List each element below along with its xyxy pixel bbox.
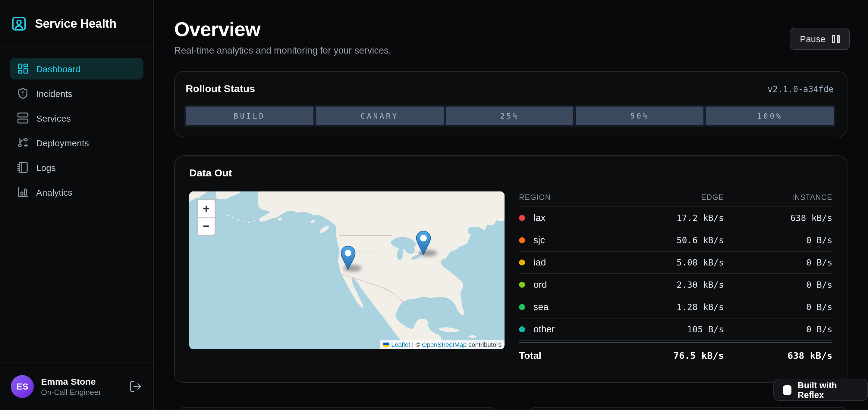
column-header-edge: EDGE (630, 193, 724, 201)
total-label: Total (519, 350, 630, 361)
sidebar-item-label: Analytics (36, 187, 72, 197)
user-role: On-Call Engineer (41, 387, 129, 397)
pause-icon (832, 35, 840, 43)
map-attribution: Leaflet | © OpenStreetMap contributors (380, 340, 504, 349)
rollout-status-card: Rollout Status v2.1.0-a34fde BUILD CANAR… (174, 71, 847, 137)
rollout-card-title: Rollout Status (186, 83, 255, 95)
avatar: ES (11, 375, 34, 398)
git-branch-plus-icon (17, 137, 29, 149)
sidebar-item-label: Services (36, 113, 71, 123)
region-name: lax (533, 212, 546, 224)
sidebar: Service Health Dashboard Incidents Servi… (0, 0, 154, 410)
table-row: sjc 50.6 kB/s 0 B/s (519, 229, 832, 252)
data-out-title: Data Out (189, 167, 832, 179)
partial-card-left (178, 407, 497, 410)
table-row: ord 2.30 kB/s 0 B/s (519, 274, 832, 296)
page-subtitle: Real-time analytics and monitoring for y… (174, 45, 847, 56)
ukraine-flag-icon (383, 342, 390, 347)
service-health-logo-icon (11, 16, 27, 32)
zoom-in-button[interactable]: + (198, 200, 215, 217)
rollout-stage-build: BUILD (186, 107, 313, 125)
sidebar-user-panel: ES Emma Stone On-Call Engineer (0, 362, 153, 410)
logout-icon[interactable] (129, 380, 142, 393)
map-marker-iad[interactable] (416, 231, 431, 255)
region-name: iad (533, 257, 546, 268)
instance-value: 0 B/s (724, 324, 832, 334)
edge-value: 5.08 kB/s (630, 258, 724, 267)
pause-button[interactable]: Pause (789, 28, 850, 50)
region-name: other (533, 324, 555, 335)
traffic-map[interactable]: + − (189, 192, 504, 349)
region-dot (519, 282, 525, 288)
region-name: sea (533, 302, 549, 312)
sidebar-item-logs[interactable]: Logs (10, 157, 144, 178)
data-out-card: Data Out (174, 155, 847, 383)
attribution-contributors: contributors (468, 340, 501, 349)
column-header-region: REGION (519, 193, 630, 201)
attribution-copyright: © (415, 340, 421, 349)
user-meta: Emma Stone On-Call Engineer (41, 375, 129, 397)
main-content: Overview Real-time analytics and monitor… (154, 0, 868, 410)
map-marker-lax[interactable] (341, 245, 355, 270)
app-title: Service Health (35, 17, 116, 31)
table-row: lax 17.2 kB/s 638 kB/s (519, 207, 832, 229)
leaflet-link[interactable]: Leaflet (391, 340, 410, 349)
rollout-stage-25: 25% (446, 107, 574, 125)
built-with-reflex-badge[interactable]: Built with Reflex (773, 379, 868, 401)
sidebar-item-label: Logs (36, 162, 56, 172)
map-zoom-control: + − (196, 199, 216, 236)
region-dot (519, 260, 525, 266)
rollout-stage-50: 50% (576, 107, 704, 125)
rollout-version: v2.1.0-a34fde (768, 84, 834, 94)
rollout-stage-canary: CANARY (316, 107, 444, 125)
bar-chart-icon (17, 186, 29, 198)
sidebar-item-label: Dashboard (36, 64, 81, 74)
instance-value: 0 B/s (724, 235, 832, 245)
shield-alert-icon (17, 87, 29, 99)
edge-value: 1.28 kB/s (630, 302, 724, 312)
instance-value: 638 kB/s (724, 213, 832, 223)
total-instance-value: 638 kB/s (724, 350, 832, 361)
notebook-icon (17, 161, 29, 173)
sidebar-item-deployments[interactable]: Deployments (10, 132, 144, 153)
app-viewport: Service Health Dashboard Incidents Servi… (0, 0, 868, 410)
page-title: Overview (174, 18, 847, 41)
table-row: other 105 B/s 0 B/s (519, 318, 832, 341)
sidebar-item-incidents[interactable]: Incidents (10, 82, 144, 104)
table-row: iad 5.08 kB/s 0 B/s (519, 252, 832, 274)
layout-dashboard-icon (17, 63, 29, 75)
region-dot (519, 215, 525, 221)
edge-value: 105 B/s (630, 324, 724, 334)
column-header-instance: INSTANCE (724, 193, 832, 201)
openstreetmap-link[interactable]: OpenStreetMap (422, 340, 467, 349)
sidebar-item-services[interactable]: Services (10, 107, 144, 129)
sidebar-header: Service Health (0, 0, 153, 48)
reflex-logo-icon (783, 385, 792, 395)
instance-value: 0 B/s (724, 280, 832, 289)
edge-value: 2.30 kB/s (630, 280, 724, 289)
traffic-table: REGION EDGE INSTANCE lax 17.2 kB/s 638 k… (519, 192, 832, 369)
partial-card-right (529, 407, 847, 410)
total-edge-value: 76.5 kB/s (630, 350, 724, 361)
reflex-badge-label: Built with Reflex (798, 380, 858, 400)
instance-value: 0 B/s (724, 258, 832, 267)
sidebar-item-label: Incidents (36, 88, 72, 98)
rollout-stages: BUILD CANARY 25% 50% 100% (186, 107, 834, 125)
sidebar-item-analytics[interactable]: Analytics (10, 181, 144, 203)
rollout-stage-100: 100% (706, 107, 834, 125)
table-total-row: Total 76.5 kB/s 638 kB/s (519, 342, 832, 369)
region-dot (519, 326, 525, 332)
pause-button-label: Pause (800, 34, 826, 44)
region-dot (519, 237, 525, 243)
sidebar-item-dashboard[interactable]: Dashboard (10, 58, 144, 79)
region-dot (519, 304, 525, 310)
region-name: ord (533, 279, 547, 290)
zoom-out-button[interactable]: − (198, 217, 215, 235)
server-icon (17, 112, 29, 124)
user-name: Emma Stone (41, 375, 129, 387)
edge-value: 17.2 kB/s (630, 213, 724, 223)
table-row: sea 1.28 kB/s 0 B/s (519, 296, 832, 318)
edge-value: 50.6 kB/s (630, 235, 724, 245)
attribution-separator: | (412, 340, 413, 349)
sidebar-item-label: Deployments (36, 138, 89, 148)
